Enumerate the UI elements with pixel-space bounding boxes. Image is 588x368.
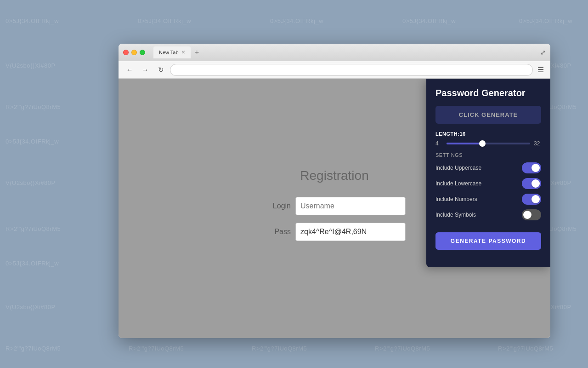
panel-title: Password Generator [435, 88, 541, 98]
slider-thumb[interactable] [479, 140, 486, 147]
watermark: 0>5J{34.OIFRkj_w [138, 17, 191, 24]
watermark: 0>5J{34.OIFRkj_w [6, 260, 59, 267]
watermark: V(U2sbo{}Xi#80P [6, 304, 56, 310]
slider-min-label: 4 [435, 140, 443, 147]
tab-close-icon[interactable]: ✕ [181, 50, 185, 55]
setting-row-symbols: Include Symbols [435, 209, 541, 220]
browser-tab[interactable]: New Tab ✕ [153, 46, 191, 58]
minimize-button[interactable] [131, 50, 137, 55]
nav-bar: ← → ↻ ☰ [119, 61, 550, 79]
watermark: R>2'"g?7iUoQ8rM5 [6, 104, 61, 110]
setting-row-numbers: Include Numbers [435, 194, 541, 205]
watermark: 0>5J{34.OIFRkj_w [270, 17, 323, 24]
watermark: 0>5J{34.OIFRkj_w [402, 17, 456, 24]
lowercase-label: Include Lowercase [435, 180, 481, 187]
length-section: LENGTH:16 4 32 [435, 131, 541, 147]
username-input[interactable] [295, 197, 406, 215]
length-label: LENGTH:16 [435, 131, 541, 137]
tab-bar: New Tab ✕ + [153, 46, 537, 58]
numbers-toggle[interactable] [522, 194, 541, 205]
uppercase-label: Include Uppercase [435, 165, 481, 171]
setting-row-uppercase: Include Uppercase [435, 162, 541, 173]
lowercase-toggle[interactable] [522, 178, 541, 189]
login-label: Login [263, 202, 291, 210]
password-generator-panel: Password Generator CLICK GENERATE LENGTH… [426, 79, 550, 267]
uppercase-toggle[interactable] [522, 162, 541, 173]
watermark: V(U2sbo{}Xi#80P [6, 179, 56, 186]
slider-max-label: 32 [534, 140, 541, 147]
pass-label: Pass [263, 228, 291, 236]
title-bar: New Tab ✕ + ⤢ [119, 44, 550, 61]
pass-row: Pass [263, 223, 406, 241]
setting-row-lowercase: Include Lowercase [435, 178, 541, 189]
watermark: R>2'"g?7iUoQ8rM5 [498, 345, 553, 352]
symbols-toggle-thumb [523, 211, 531, 219]
numbers-label: Include Numbers [435, 196, 477, 202]
settings-section: SETTINGS Include Uppercase Include Lower… [435, 152, 541, 220]
page-title: Registration [300, 168, 368, 183]
watermark: R>2'"g?7iUoQ8rM5 [6, 345, 61, 352]
lowercase-toggle-thumb [531, 179, 540, 188]
settings-label: SETTINGS [435, 152, 541, 158]
tab-label: New Tab [159, 50, 179, 55]
reload-button[interactable]: ↻ [154, 63, 167, 76]
watermark: R>2'"g?7iUoQ8rM5 [252, 345, 307, 352]
forward-button[interactable]: → [139, 63, 152, 76]
back-button[interactable]: ← [123, 63, 136, 76]
address-bar[interactable] [170, 64, 533, 76]
new-tab-button[interactable]: + [192, 48, 202, 57]
expand-button[interactable]: ⤢ [540, 49, 546, 56]
symbols-toggle[interactable] [522, 209, 541, 220]
length-value: 16 [459, 131, 465, 137]
page-content: Registration Login Pass Password Generat… [119, 79, 550, 338]
watermark: R>2'"g?7iUoQ8rM5 [375, 345, 430, 352]
slider-row: 4 32 [435, 140, 541, 147]
watermark: 0>5J{34.OIFRkj_w [6, 17, 59, 24]
symbols-label: Include Symbols [435, 212, 476, 218]
menu-button[interactable]: ☰ [536, 63, 546, 76]
generate-password-button[interactable]: GENERATE PASSWORD [435, 232, 541, 250]
watermark: V(U2sbo{}Xi#80P [6, 62, 56, 69]
close-button[interactable] [123, 50, 129, 55]
password-input[interactable] [295, 223, 406, 241]
traffic-lights [123, 50, 145, 55]
slider-track [447, 143, 530, 144]
click-generate-button[interactable]: CLICK GENERATE [435, 106, 541, 124]
watermark: 0>5J{34.OIFRkj_w [6, 138, 59, 145]
uppercase-toggle-thumb [531, 164, 540, 172]
login-row: Login [263, 197, 406, 215]
watermark: R>2'"g?7iUoQ8rM5 [6, 225, 61, 232]
browser-window: New Tab ✕ + ⤢ ← → ↻ ☰ Registration Login… [119, 44, 550, 338]
watermark: 0>5J{34.OIFRkj_w [519, 17, 572, 24]
watermark: R>2'"g?7iUoQ8rM5 [129, 345, 184, 352]
maximize-button[interactable] [140, 50, 145, 55]
numbers-toggle-thumb [531, 195, 540, 203]
slider-fill [447, 143, 482, 144]
